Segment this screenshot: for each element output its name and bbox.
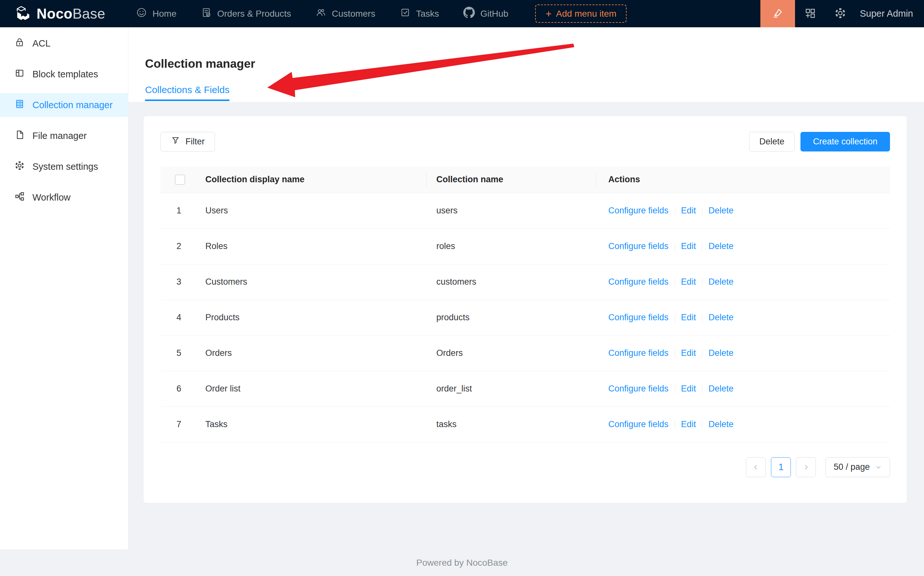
delete-link[interactable]: Delete xyxy=(708,206,734,215)
ui-editor-button[interactable] xyxy=(760,0,795,27)
cell-display-name: Roles xyxy=(205,229,427,264)
table-row: 6 Order list order_list Configure fields… xyxy=(160,371,890,406)
menu-item-label: Tasks xyxy=(416,9,439,19)
gear-icon xyxy=(834,7,847,21)
configure-fields-link[interactable]: Configure fields xyxy=(608,277,668,286)
layout-icon xyxy=(14,68,25,81)
action-divider xyxy=(675,243,675,251)
edit-link[interactable]: Edit xyxy=(681,277,696,286)
edit-link[interactable]: Edit xyxy=(681,419,696,429)
select-all-checkbox[interactable] xyxy=(175,174,185,185)
page-size-select[interactable]: 50 / page xyxy=(825,457,890,477)
edit-link[interactable]: Edit xyxy=(681,312,696,322)
sidebar-item-label: Workflow xyxy=(32,192,70,203)
page-number-button[interactable]: 1 xyxy=(771,457,791,477)
cell-collection-name: tasks xyxy=(427,406,596,442)
user-menu[interactable]: Super Admin xyxy=(855,8,924,19)
delete-button-label: Delete xyxy=(759,137,785,147)
row-index: 7 xyxy=(160,406,205,442)
menu-item-github[interactable]: GitHub xyxy=(451,0,520,27)
edit-link[interactable]: Edit xyxy=(681,206,696,215)
edit-link[interactable]: Edit xyxy=(681,348,696,358)
menu-item-label: GitHub xyxy=(480,9,508,19)
delete-link[interactable]: Delete xyxy=(708,384,734,394)
configure-fields-link[interactable]: Configure fields xyxy=(608,348,668,358)
main-menu: Home Orders & Products xyxy=(124,0,627,27)
create-collection-button[interactable]: Create collection xyxy=(801,132,890,152)
collections-card: Filter Delete Create collection xyxy=(144,116,907,503)
action-divider xyxy=(702,385,702,394)
edit-link[interactable]: Edit xyxy=(681,384,696,394)
navbar-right-actions: Super Admin xyxy=(760,0,924,27)
settings-button[interactable] xyxy=(825,0,855,27)
sidebar-item-label: Collection manager xyxy=(32,100,113,110)
configure-fields-link[interactable]: Configure fields xyxy=(608,206,668,215)
page-size-value: 50 / page xyxy=(833,462,870,472)
delete-link[interactable]: Delete xyxy=(708,419,734,429)
cell-collection-name: customers xyxy=(427,264,596,300)
sidebar-item-label: System settings xyxy=(32,162,98,172)
action-divider xyxy=(702,243,702,251)
action-divider xyxy=(675,349,675,358)
action-divider xyxy=(702,314,702,322)
sidebar-item-file-manager[interactable]: File manager xyxy=(0,124,128,147)
pagination: 1 50 / page xyxy=(160,457,890,477)
nocobase-logo[interactable]: NocoBase xyxy=(0,0,124,27)
sidebar-item-acl[interactable]: ACL xyxy=(0,32,128,55)
delete-link[interactable]: Delete xyxy=(708,348,734,358)
create-collection-label: Create collection xyxy=(813,137,878,147)
action-divider xyxy=(702,207,702,215)
previous-page-button[interactable] xyxy=(746,457,766,477)
cell-display-name: Tasks xyxy=(205,406,427,442)
filter-button[interactable]: Filter xyxy=(160,132,215,152)
chevron-right-icon xyxy=(802,463,810,471)
table-header-row: Collection display name Collection name … xyxy=(160,166,890,193)
row-index: 3 xyxy=(160,264,205,300)
cell-collection-name: users xyxy=(427,193,596,229)
cell-collection-name: roles xyxy=(427,229,596,264)
configure-fields-link[interactable]: Configure fields xyxy=(608,241,668,251)
row-index: 6 xyxy=(160,371,205,406)
row-index: 2 xyxy=(160,229,205,264)
nocobase-app: NocoBase Home xyxy=(0,0,924,576)
menu-item-label: Orders & Products xyxy=(217,9,291,19)
menu-item-orders-products[interactable]: Orders & Products xyxy=(189,0,303,27)
file-icon xyxy=(14,129,25,142)
cell-collection-name: order_list xyxy=(427,371,596,406)
next-page-button[interactable] xyxy=(796,457,816,477)
edit-link[interactable]: Edit xyxy=(681,241,696,251)
sidebar-item-block-templates[interactable]: Block templates xyxy=(0,62,128,86)
action-divider xyxy=(702,349,702,358)
menu-item-customers[interactable]: Customers xyxy=(303,0,387,27)
delete-link[interactable]: Delete xyxy=(708,277,734,286)
team-icon xyxy=(315,7,326,20)
sidebar-item-system-settings[interactable]: System settings xyxy=(0,155,128,178)
tab-collections-fields[interactable]: Collections & Fields xyxy=(145,84,229,101)
plus-icon: + xyxy=(545,9,552,19)
delete-button[interactable]: Delete xyxy=(749,132,795,152)
gear-icon xyxy=(14,160,25,173)
menu-item-label: Customers xyxy=(332,9,375,19)
cell-display-name: Products xyxy=(205,300,427,335)
lock-icon xyxy=(14,37,25,50)
column-header-display-name: Collection display name xyxy=(205,166,427,193)
configure-fields-link[interactable]: Configure fields xyxy=(608,312,668,322)
configure-fields-link[interactable]: Configure fields xyxy=(608,384,668,394)
delete-link[interactable]: Delete xyxy=(708,312,734,322)
sidebar-item-collection-manager[interactable]: Collection manager xyxy=(0,93,128,117)
menu-item-tasks[interactable]: Tasks xyxy=(388,0,451,27)
collections-table: Collection display name Collection name … xyxy=(160,166,890,443)
add-menu-item-button[interactable]: + Add menu item xyxy=(535,5,627,23)
column-header-collection-name: Collection name xyxy=(427,166,596,193)
smile-icon xyxy=(136,7,147,20)
configure-fields-link[interactable]: Configure fields xyxy=(608,419,668,429)
menu-item-home[interactable]: Home xyxy=(124,0,189,27)
plugin-manager-button[interactable] xyxy=(795,0,825,27)
sidebar-item-workflow[interactable]: Workflow xyxy=(0,186,128,209)
cell-display-name: Order list xyxy=(205,371,427,406)
filter-button-label: Filter xyxy=(185,137,205,147)
menu-item-label: Home xyxy=(152,9,176,19)
delete-link[interactable]: Delete xyxy=(708,241,734,251)
chevron-left-icon xyxy=(752,463,760,471)
action-divider xyxy=(675,207,675,215)
